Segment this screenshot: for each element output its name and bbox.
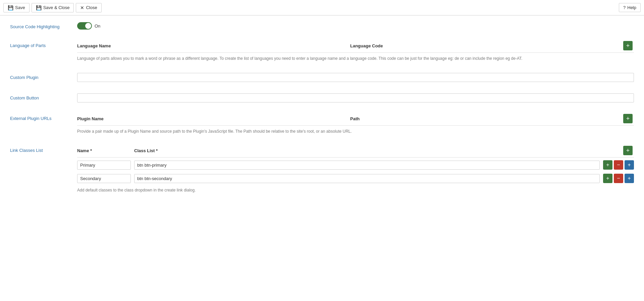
external-plugin-urls-row: External Plugin URLs Plugin Name Path + …	[10, 114, 634, 138]
source-code-highlighting-label: Source Code Highlighting	[10, 22, 77, 29]
plugin-description: Provide a pair made up of a Plugin Name …	[77, 128, 634, 134]
source-code-highlighting-content: On	[77, 22, 634, 30]
add-primary-row-button[interactable]: +	[603, 160, 612, 170]
remove-primary-row-button[interactable]: −	[614, 160, 623, 170]
link-class-row-primary: + − +	[77, 160, 634, 170]
source-highlighting-toggle[interactable]	[77, 22, 92, 30]
link-class-secondary-input[interactable]	[134, 174, 600, 183]
link-name-primary-input[interactable]	[77, 161, 131, 170]
link-classes-list-content: Name * Class List * + + − +	[77, 146, 634, 193]
toggle-wrap: On	[77, 22, 634, 30]
external-plugin-urls-label: External Plugin URLs	[10, 114, 77, 121]
custom-plugin-input[interactable]	[77, 73, 634, 82]
custom-plugin-content	[77, 73, 634, 82]
link-header-row: Name * Class List * +	[77, 146, 634, 158]
custom-plugin-row: Custom Plugin	[10, 73, 634, 85]
add-link-class-button[interactable]: +	[623, 146, 633, 155]
link-name-secondary	[77, 174, 131, 183]
language-add-col: +	[623, 41, 634, 50]
main-content: Source Code Highlighting On Language of …	[0, 15, 644, 301]
external-plugin-urls-content: Plugin Name Path + Provide a pair made u…	[77, 114, 634, 134]
link-col-name-header: Name *	[77, 148, 131, 153]
link-classes-list-row: Link Classes List Name * Class List * +	[10, 146, 634, 197]
language-table-header: Language Name Language Code +	[77, 41, 634, 53]
link-add-col: +	[623, 146, 634, 155]
save-close-button[interactable]: 💾 Save & Close	[32, 3, 74, 12]
source-code-highlighting-row: Source Code Highlighting On	[10, 22, 634, 33]
link-class-secondary	[134, 174, 600, 183]
move-primary-row-button[interactable]: +	[625, 160, 634, 170]
link-classes-list-label: Link Classes List	[10, 146, 77, 153]
close-button[interactable]: ✕ Close	[76, 3, 101, 12]
save-close-icon: 💾	[36, 5, 42, 10]
custom-plugin-label: Custom Plugin	[10, 73, 77, 80]
save-label: Save	[15, 5, 25, 10]
save-icon: 💾	[8, 5, 13, 10]
close-label: Close	[86, 5, 97, 10]
link-class-primary-input[interactable]	[134, 161, 600, 170]
save-close-label: Save & Close	[43, 5, 70, 10]
toggle-track	[77, 22, 92, 30]
language-description: Language of parts allows you to mark a w…	[77, 55, 634, 61]
language-of-parts-label: Language of Parts	[10, 41, 77, 48]
link-class-primary	[134, 161, 600, 170]
link-name-primary	[77, 161, 131, 170]
move-secondary-row-button[interactable]: +	[625, 174, 634, 183]
link-actions-secondary: + − +	[603, 174, 634, 183]
link-name-secondary-input[interactable]	[77, 174, 131, 183]
plugin-add-col: +	[623, 114, 634, 123]
custom-button-row: Custom Button	[10, 93, 634, 106]
help-button[interactable]: ? Help	[619, 3, 641, 12]
language-name-col-header: Language Name	[77, 43, 350, 48]
help-icon: ?	[623, 5, 626, 10]
link-class-row-secondary: + − +	[77, 174, 634, 183]
link-classes-description: Add default classes to the class dropdow…	[77, 187, 634, 193]
custom-button-label: Custom Button	[10, 93, 77, 100]
link-actions-primary: + − +	[603, 160, 634, 170]
plugin-table-header: Plugin Name Path +	[77, 114, 634, 126]
help-label: Help	[627, 5, 636, 10]
language-of-parts-row: Language of Parts Language Name Language…	[10, 41, 634, 65]
close-icon: ✕	[80, 5, 84, 10]
add-plugin-button[interactable]: +	[623, 114, 633, 123]
toggle-thumb	[85, 23, 91, 29]
language-code-col-header: Language Code	[350, 43, 623, 48]
link-col-class-header: Class List *	[134, 148, 620, 153]
plugin-name-col-header: Plugin Name	[77, 116, 350, 121]
plugin-path-col-header: Path	[350, 116, 623, 121]
add-language-button[interactable]: +	[623, 41, 633, 50]
toggle-state-label: On	[95, 24, 100, 29]
language-of-parts-content: Language Name Language Code + Language o…	[77, 41, 634, 61]
custom-button-input[interactable]	[77, 93, 634, 102]
custom-button-content	[77, 93, 634, 102]
add-secondary-row-button[interactable]: +	[603, 174, 612, 183]
toolbar: 💾 Save 💾 Save & Close ✕ Close ? Help	[0, 0, 644, 15]
remove-secondary-row-button[interactable]: −	[614, 174, 623, 183]
save-button[interactable]: 💾 Save	[3, 3, 30, 12]
